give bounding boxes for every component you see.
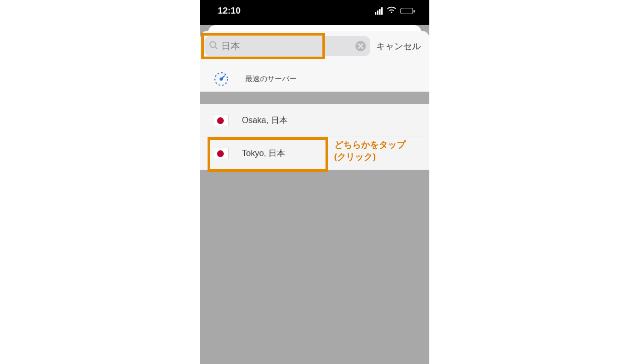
annotation-line-1: どちらかをタップ bbox=[334, 140, 406, 150]
search-icon bbox=[209, 40, 218, 52]
result-row-tokyo[interactable]: Tokyo, 日本 どちらかをタップ (クリック) bbox=[200, 137, 429, 170]
result-label: Tokyo, 日本 bbox=[242, 148, 286, 159]
svg-line-1 bbox=[215, 47, 217, 49]
svg-line-4 bbox=[221, 76, 224, 79]
search-value: 日本 bbox=[221, 40, 352, 52]
separator-strip bbox=[200, 92, 429, 104]
annotation-line-2: (クリック) bbox=[334, 152, 376, 162]
flag-japan-icon bbox=[213, 115, 229, 126]
search-panel: 日本 キャンセル 最速のサーバー bbox=[200, 31, 429, 92]
wifi-icon bbox=[387, 6, 396, 16]
fastest-server-label: 最速のサーバー bbox=[245, 74, 297, 84]
results-list: Osaka, 日本 Tokyo, 日本 どちらかをタップ (クリック) bbox=[200, 104, 429, 170]
fastest-server-row[interactable]: 最速のサーバー bbox=[200, 61, 429, 92]
annotation-text: どちらかをタップ (クリック) bbox=[334, 139, 406, 163]
cancel-button[interactable]: キャンセル bbox=[374, 40, 423, 52]
flag-japan-icon bbox=[213, 148, 229, 159]
gauge-icon bbox=[213, 71, 230, 87]
signal-icon bbox=[375, 7, 383, 15]
result-label: Osaka, 日本 bbox=[242, 115, 288, 126]
status-right bbox=[375, 6, 415, 16]
result-row-osaka[interactable]: Osaka, 日本 bbox=[200, 104, 429, 137]
search-input[interactable]: 日本 bbox=[204, 36, 370, 56]
search-row: 日本 キャンセル bbox=[200, 31, 429, 61]
status-time: 12:10 bbox=[218, 6, 241, 16]
clear-search-button[interactable] bbox=[355, 41, 366, 51]
phone-screen: 12:10 日本 キャンセル bbox=[200, 0, 429, 364]
status-bar: 12:10 bbox=[200, 0, 429, 25]
battery-icon bbox=[400, 8, 415, 14]
